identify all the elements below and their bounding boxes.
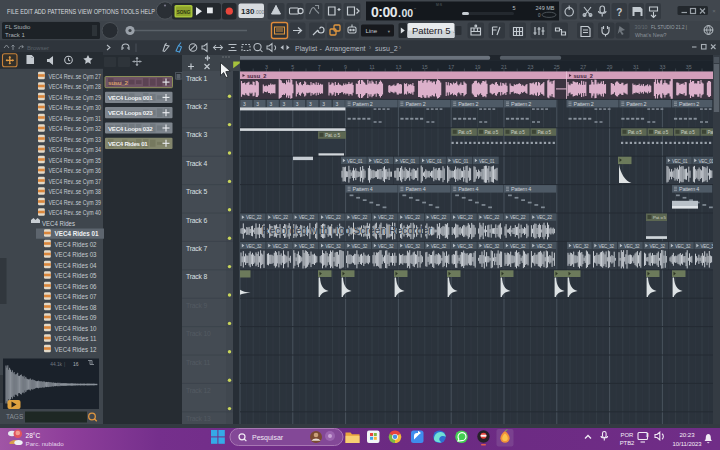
svg-text:FL Studio: FL Studio (5, 24, 31, 30)
svg-text:VEC_32: VEC_32 (404, 244, 420, 249)
svg-text:VEC_32: VEC_32 (624, 244, 640, 249)
svg-text:16: 16 (73, 361, 79, 367)
svg-text:VEC_32: VEC_32 (650, 244, 666, 249)
svg-text:Pattern 4: Pattern 4 (511, 186, 531, 192)
svg-text:.000: .000 (255, 9, 265, 15)
svg-text:Pesquisar: Pesquisar (252, 434, 284, 442)
svg-text:VEC_22: VEC_22 (536, 215, 552, 220)
svg-text:5: 5 (512, 5, 515, 11)
svg-text:Line: Line (366, 27, 378, 34)
svg-text:VEC4 Rides 10: VEC4 Rides 10 (55, 325, 97, 332)
svg-text:VEC_22: VEC_22 (246, 215, 262, 220)
svg-text:VEC_22: VEC_22 (510, 215, 526, 220)
svg-text:.: . (453, 27, 455, 34)
svg-text:Pattern 4: Pattern 4 (458, 186, 478, 192)
svg-text:Track 4: Track 4 (186, 160, 207, 167)
svg-text:susu_2: susu_2 (375, 45, 398, 53)
svg-text:VEC4 Rev..se Cym 34: VEC4 Rev..se Cym 34 (49, 146, 102, 154)
svg-text:VEC_01: VEC_01 (347, 159, 363, 164)
svg-text:Pattern 5: Pattern 5 (412, 25, 451, 36)
svg-text:Pattern 2: Pattern 2 (574, 101, 594, 107)
svg-text:VEC4 Rev..se Cym 29: VEC4 Rev..se Cym 29 (49, 94, 102, 102)
svg-text:VEC_01: VEC_01 (479, 159, 495, 164)
svg-text:VEC_22: VEC_22 (404, 215, 420, 220)
svg-text:3: 3 (309, 101, 312, 107)
svg-text:3: 3 (335, 101, 338, 107)
svg-text:VEC_32: VEC_32 (246, 244, 262, 249)
svg-text:Parc. nublado: Parc. nublado (26, 440, 65, 447)
svg-text:VEC4 Rev..se Cym 36: VEC4 Rev..se Cym 36 (49, 167, 102, 175)
svg-text:VEC4 Rev..se Cym 27: VEC4 Rev..se Cym 27 (49, 73, 102, 81)
svg-text:VEC_22: VEC_22 (299, 215, 315, 220)
svg-text:8: 8 (646, 432, 649, 438)
svg-text:Pattern 4: Pattern 4 (405, 186, 425, 192)
svg-text:VEC4 Rev..se Cym 30: VEC4 Rev..se Cym 30 (49, 104, 102, 112)
svg-text:VEC4 Rides 07: VEC4 Rides 07 (55, 293, 97, 300)
svg-text:Recorded with iTop Screen Reco: Recorded with iTop Screen Recorder (262, 225, 432, 236)
svg-text:VEC_01: VEC_01 (453, 159, 469, 164)
svg-text:VEC_32: VEC_32 (573, 244, 589, 249)
svg-text:PTB2: PTB2 (620, 440, 635, 446)
svg-text:Track 10: Track 10 (186, 330, 211, 337)
svg-text:Track 9: Track 9 (186, 302, 207, 309)
svg-text:VEC4 Rides 12: VEC4 Rides 12 (55, 346, 97, 353)
svg-text:Pattern 4: Pattern 4 (353, 186, 373, 192)
svg-text:M:S: M:S (436, 3, 443, 7)
svg-text:TAGS: TAGS (6, 413, 24, 420)
svg-text:Pattern 4: Pattern 4 (679, 186, 699, 192)
svg-text:VEC4 Rides 05: VEC4 Rides 05 (55, 272, 97, 279)
svg-text:3: 3 (322, 101, 325, 107)
svg-text:Pat. o 5: Pat. o 5 (511, 130, 525, 135)
svg-text:VEC_01: VEC_01 (400, 159, 416, 164)
svg-text:VEC4 Rev..se Cym 40: VEC4 Rev..se Cym 40 (49, 209, 102, 217)
svg-text:›: › (369, 44, 371, 51)
svg-text:SONG: SONG (177, 10, 191, 15)
svg-text:VEC4 Rides 02: VEC4 Rides 02 (55, 241, 97, 248)
svg-text:Track 1: Track 1 (5, 32, 25, 38)
svg-text:×: × (712, 8, 716, 14)
svg-text:44.1k: 44.1k (50, 362, 62, 367)
svg-text:VEC_01: VEC_01 (373, 159, 389, 164)
svg-text:3: 3 (269, 101, 272, 107)
svg-text:Track 5: Track 5 (186, 188, 207, 195)
svg-text:susu_2: susu_2 (108, 79, 128, 86)
svg-text:Track 8: Track 8 (186, 273, 207, 280)
svg-text:VEC4 Rides 03: VEC4 Rides 03 (55, 251, 97, 258)
svg-text:VEC4 Rides 04: VEC4 Rides 04 (55, 262, 97, 269)
svg-text:Pat. o 5: Pat. o 5 (537, 130, 551, 135)
svg-text:Track 12: Track 12 (186, 387, 211, 394)
svg-text:VEC_22: VEC_22 (352, 215, 368, 220)
svg-text:VEC4 Rev..se Cym 32: VEC4 Rev..se Cym 32 (49, 125, 102, 133)
svg-text:VEC4 Loops 001: VEC4 Loops 001 (108, 94, 153, 101)
svg-text:Track 11: Track 11 (186, 359, 211, 366)
svg-text:VEC4 Rev..se Cym 31: VEC4 Rev..se Cym 31 (49, 115, 102, 123)
svg-text:VEC4 Rev..se Cym 28: VEC4 Rev..se Cym 28 (49, 83, 102, 91)
svg-text:VEC_22: VEC_22 (431, 215, 447, 220)
svg-text:Browser: Browser (27, 45, 49, 51)
svg-text:3: 3 (283, 101, 286, 107)
svg-text:Pat. o 5: Pat. o 5 (655, 130, 669, 135)
svg-text:VEC4 Rev..se Cym 38: VEC4 Rev..se Cym 38 (49, 188, 102, 196)
svg-text:VEC_32: VEC_32 (352, 244, 368, 249)
svg-text:VEC4 Rides: VEC4 Rides (42, 220, 76, 227)
svg-text:Pat. o 5: Pat. o 5 (325, 133, 340, 138)
svg-text:VEC4 Rides 06: VEC4 Rides 06 (55, 283, 97, 290)
svg-text:VEC_01: VEC_01 (672, 159, 688, 164)
svg-text:Pat. o 5: Pat. o 5 (628, 130, 642, 135)
svg-text:VEC_01: VEC_01 (426, 159, 442, 164)
svg-text:Pattern 2: Pattern 2 (458, 101, 478, 107)
svg-text:Pat. o 5: Pat. o 5 (653, 215, 667, 220)
svg-text:10/11/2023: 10/11/2023 (672, 441, 702, 447)
svg-text:Track 6: Track 6 (186, 217, 207, 224)
svg-text:What's New?: What's New? (635, 32, 667, 38)
svg-text:VEC4 Rides 08: VEC4 Rides 08 (55, 304, 97, 311)
svg-text:?: ? (616, 7, 622, 18)
svg-text:POR: POR (621, 432, 634, 438)
svg-text:VEC_32: VEC_32 (272, 244, 288, 249)
svg-text:Pattern 2: Pattern 2 (679, 101, 699, 107)
svg-text:FL STUDIO 21.2 |: FL STUDIO 21.2 | (651, 24, 687, 30)
svg-text:›: › (399, 44, 401, 51)
svg-text:VEC_32: VEC_32 (457, 244, 473, 249)
svg-text:VEC4 Rides 01: VEC4 Rides 01 (55, 230, 99, 237)
svg-text:VEC4 Loops 023: VEC4 Loops 023 (108, 109, 153, 116)
